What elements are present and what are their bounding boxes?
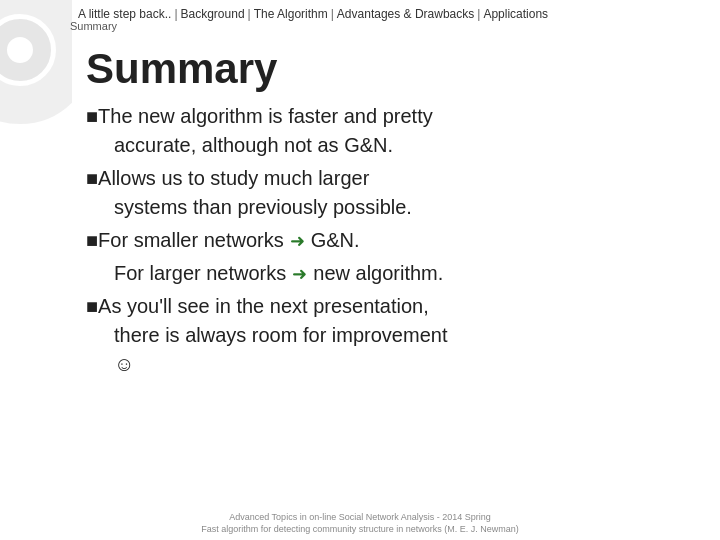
nav-item-algorithm[interactable]: The Algorithm — [254, 7, 328, 21]
list-item: ■As you'll see in the next presentation,… — [86, 292, 698, 379]
list-item: ■Allows us to study much larger systems … — [86, 164, 698, 222]
bullet-continuation: accurate, although not as G&N. — [86, 134, 393, 156]
footer-line1: Advanced Topics in on-line Social Networ… — [0, 511, 720, 524]
footer: Advanced Topics in on-line Social Networ… — [0, 511, 720, 536]
bullet-list: ■The new algorithm is faster and pretty … — [86, 102, 698, 379]
bullet-continuation: there is always room for improvement — [86, 324, 447, 346]
bullet-marker: ■Allows — [86, 167, 156, 189]
nav-item-backstep[interactable]: A little step back.. — [78, 7, 171, 21]
top-navigation: A little step back.. | Background | The … — [70, 0, 720, 28]
nav-sep-4: | — [477, 7, 480, 21]
main-content: Summary ■The new algorithm is faster and… — [70, 42, 710, 510]
arrow-icon: ➜ — [290, 228, 305, 254]
bullet-marker: ■As — [86, 295, 121, 317]
list-item: ■For smaller networks➜G&N. — [86, 226, 698, 255]
arrow-icon: ➜ — [292, 261, 307, 287]
nav-sep-3: | — [331, 7, 334, 21]
bullet-continuation: systems than previously possible. — [86, 196, 412, 218]
breadcrumb: Summary — [70, 20, 117, 32]
decorative-circles — [0, 0, 72, 130]
list-item: For larger networks➜new algorithm. — [86, 259, 698, 288]
nav-sep-2: | — [248, 7, 251, 21]
bullet-marker: ■The — [86, 105, 133, 127]
smiley-emoji: ☺ — [86, 353, 134, 375]
svg-point-1 — [0, 28, 42, 72]
list-item: ■The new algorithm is faster and pretty … — [86, 102, 698, 160]
page-title: Summary — [86, 46, 698, 92]
bullet-marker: ■For — [86, 229, 128, 251]
nav-sep-1: | — [174, 7, 177, 21]
footer-line2: Fast algorithm for detecting community s… — [0, 523, 720, 536]
nav-item-applications[interactable]: Applications — [483, 7, 548, 21]
nav-item-background[interactable]: Background — [181, 7, 245, 21]
nav-item-advantages[interactable]: Advantages & Drawbacks — [337, 7, 474, 21]
